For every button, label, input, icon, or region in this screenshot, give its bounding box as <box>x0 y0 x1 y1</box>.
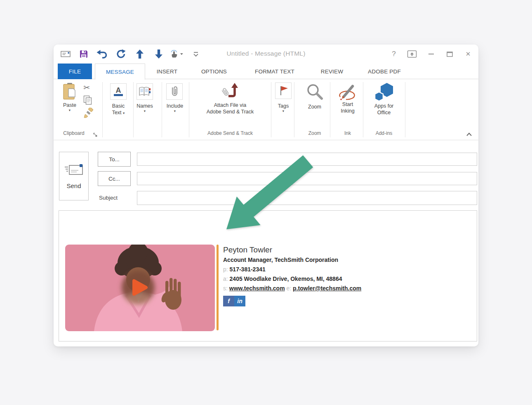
paste-icon <box>62 83 77 102</box>
signature-block: Peyton Towler Account Manager, TechSmith… <box>223 245 471 306</box>
attach-adobe-button[interactable]: Attach File via Adobe Send & Track <box>191 82 269 115</box>
tab-file[interactable]: FILE <box>58 64 92 79</box>
touch-mode-icon[interactable] <box>169 49 183 59</box>
address-book-icon[interactable] <box>137 83 153 100</box>
group-divider <box>405 82 405 137</box>
phone-value: 517-381-2341 <box>230 266 266 273</box>
flag-icon[interactable] <box>275 82 292 99</box>
email-label: e: <box>287 285 292 292</box>
signature-accent-bar <box>217 245 219 330</box>
signature-phone-line: p: 517-381-2341 <box>223 265 471 274</box>
cut-icon[interactable]: ✂ <box>83 83 90 92</box>
facebook-icon[interactable]: f <box>223 296 234 306</box>
send-envelope-icon <box>64 163 83 177</box>
save-icon[interactable] <box>78 49 89 59</box>
group-divider <box>363 82 363 137</box>
to-button[interactable]: To... <box>98 152 131 167</box>
basic-text-icon[interactable]: A <box>110 83 127 100</box>
window-title: Untitled - Message (HTML) <box>212 50 320 57</box>
clipboard-group-label: Clipboard <box>56 130 92 137</box>
dropdown-caret-icon: ▾ <box>123 111 125 115</box>
minimize-button[interactable] <box>426 49 436 59</box>
names-button[interactable]: Names ▾ <box>132 103 157 113</box>
tab-review[interactable]: REVIEW <box>318 64 346 79</box>
move-down-icon[interactable] <box>153 49 164 59</box>
help-button[interactable]: ? <box>388 49 399 59</box>
format-painter-icon[interactable] <box>83 108 94 120</box>
zoom-button[interactable]: Zoom <box>300 83 330 110</box>
ink-pen-icon <box>338 83 358 101</box>
collapse-ribbon-icon[interactable] <box>466 131 472 138</box>
send-label: Send <box>66 182 81 189</box>
message-window-icon <box>60 49 71 59</box>
tags-button[interactable]: Tags ▾ <box>271 103 296 113</box>
svg-text:A: A <box>116 86 121 94</box>
move-up-icon[interactable] <box>134 49 145 59</box>
website-link[interactable]: www.techsmith.com <box>229 285 285 292</box>
tab-adobe-pdf[interactable]: ADOBE PDF <box>364 64 405 79</box>
tab-insert[interactable]: INSERT <box>154 64 180 79</box>
cc-input[interactable] <box>137 172 477 185</box>
apps-for-office-button[interactable]: Apps for Office <box>366 82 402 116</box>
undo-icon[interactable] <box>97 49 107 59</box>
paperclip-icon[interactable] <box>166 83 183 100</box>
ink-group-label: Ink <box>334 130 361 137</box>
clipboard-dialog-launcher-icon[interactable] <box>93 132 98 139</box>
address-value: 2405 Woodlake Drive, Okemos, MI, 48864 <box>230 275 342 282</box>
site-label: s: <box>223 285 228 292</box>
group-divider <box>102 82 103 137</box>
ribbon-display-options-icon[interactable] <box>407 49 417 59</box>
dropdown-caret-icon: ▾ <box>174 109 176 113</box>
linkedin-icon[interactable]: in <box>234 296 245 306</box>
signature-address-line: a: 2405 Woodlake Drive, Okemos, MI, 4886… <box>223 274 471 284</box>
phone-label: p: <box>223 266 228 273</box>
start-inking-button[interactable]: Start Inking <box>334 83 361 114</box>
outlook-message-window: Untitled - Message (HTML) ? ✕ FILE MESSA… <box>54 45 478 346</box>
send-button[interactable]: Send <box>59 152 89 200</box>
group-divider <box>330 82 330 137</box>
tab-options[interactable]: OPTIONS <box>197 64 231 79</box>
to-input[interactable] <box>137 153 477 166</box>
cc-button[interactable]: Cc... <box>98 171 131 186</box>
subject-input[interactable] <box>137 191 477 205</box>
maximize-button[interactable] <box>444 49 455 59</box>
magnifier-icon <box>306 83 324 102</box>
addins-group-label: Add-ins <box>366 130 402 137</box>
group-divider <box>189 82 189 137</box>
tab-format-text[interactable]: FORMAT TEXT <box>248 64 301 79</box>
title-bar: Untitled - Message (HTML) ? ✕ <box>54 45 478 64</box>
signature-links-line: s: www.techsmith.com e: p.towler@techsmi… <box>223 284 471 293</box>
signature-photo[interactable] <box>65 245 215 331</box>
include-button[interactable]: Include ▾ <box>162 103 188 113</box>
email-link[interactable]: p.towler@techsmith.com <box>293 285 361 292</box>
ribbon: Paste ▾ ✂ Clipboard A Basic Text ▾ Names <box>54 80 478 140</box>
zoom-group-label: Zoom <box>300 130 330 137</box>
message-body-editor[interactable]: Peyton Towler Account Manager, TechSmith… <box>59 210 477 341</box>
close-button[interactable]: ✕ <box>463 49 473 59</box>
dropdown-caret-icon: ▾ <box>69 108 71 112</box>
ribbon-tab-bar: FILE MESSAGE INSERT OPTIONS FORMAT TEXT … <box>54 64 478 79</box>
signature-company: , TechSmith Corporation <box>271 257 338 263</box>
adobe-group-label: Adobe Send & Track <box>191 130 269 137</box>
redo-icon[interactable] <box>115 49 126 59</box>
subject-label: Subject <box>99 191 118 205</box>
adobe-send-track-icon <box>219 82 241 102</box>
paste-button[interactable]: Paste ▾ <box>59 83 80 112</box>
signature-title-line: Account Manager, TechSmith Corporation <box>223 255 471 265</box>
social-icons: f in <box>223 296 471 306</box>
dropdown-caret-icon: ▾ <box>144 109 146 113</box>
apps-hexagon-icon <box>373 82 395 103</box>
group-divider <box>294 82 294 137</box>
basic-text-button[interactable]: Basic Text ▾ <box>106 103 131 116</box>
tab-message[interactable]: MESSAGE <box>95 64 145 80</box>
dropdown-caret-icon: ▾ <box>282 109 284 113</box>
address-label: a: <box>223 275 228 282</box>
signature-job-title: Account Manager <box>223 257 271 263</box>
copy-icon[interactable] <box>83 95 92 107</box>
signature-name: Peyton Towler <box>223 245 471 255</box>
customize-qat-icon[interactable] <box>191 49 201 59</box>
